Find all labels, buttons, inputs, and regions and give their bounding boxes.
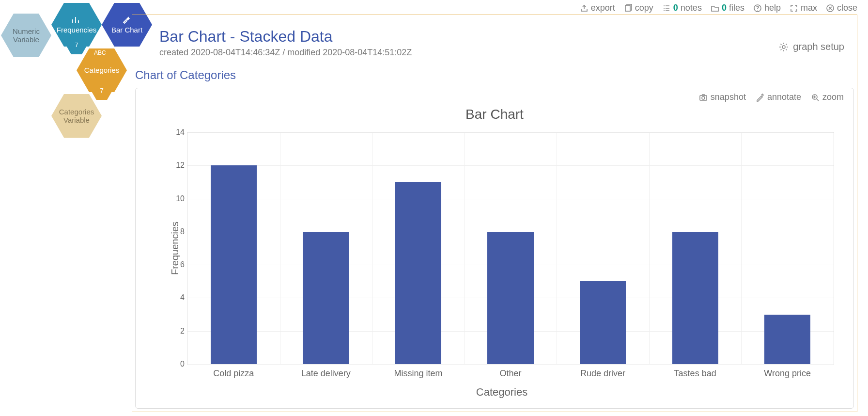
bars-icon — [71, 16, 82, 24]
category-label: Late delivery — [301, 368, 351, 379]
close-button[interactable]: close — [826, 3, 857, 13]
close-icon — [826, 4, 835, 13]
gridline-v — [649, 132, 650, 364]
bar[interactable] — [211, 165, 257, 364]
gridline-v — [280, 132, 280, 364]
bar[interactable] — [580, 281, 626, 364]
ytick-label: 4 — [170, 293, 185, 302]
gridline-v — [372, 132, 372, 364]
close-label: close — [837, 3, 857, 13]
gridline-h — [187, 132, 834, 133]
export-label: export — [591, 3, 615, 13]
graph-setup-button[interactable]: graph setup — [778, 41, 844, 52]
gridline-v — [557, 132, 557, 364]
chart-section-title: Chart of Categories — [135, 68, 857, 82]
folder-icon — [711, 4, 719, 13]
abc-icon: ABC — [94, 49, 106, 56]
camera-icon — [699, 93, 708, 102]
pencil-icon — [756, 93, 764, 102]
svg-point-5 — [702, 96, 705, 99]
graph-setup-label: graph setup — [793, 41, 844, 52]
category-label: Rude driver — [580, 368, 625, 379]
help-label: help — [764, 3, 781, 13]
chart-toolbar: snapshot annotate zoom — [699, 92, 844, 102]
max-button[interactable]: max — [790, 3, 817, 13]
copy-label: copy — [635, 3, 653, 13]
svg-point-3 — [782, 46, 785, 48]
ytick-label: 10 — [170, 194, 185, 203]
svg-rect-0 — [625, 5, 630, 11]
hex-frequencies-count-label: 7 — [75, 42, 78, 49]
wrench-icon — [122, 16, 132, 24]
notes-label: notes — [681, 3, 702, 13]
ytick-label: 12 — [170, 161, 185, 170]
category-label: Wrong price — [764, 368, 811, 379]
gridline-h — [187, 199, 834, 199]
zoom-label: zoom — [822, 92, 844, 102]
hex-categories-label: Categories — [84, 66, 120, 74]
hex-categories-count-label: 7 — [100, 87, 103, 95]
hex-categories-variable-label: Categories Variable — [51, 108, 102, 125]
gear-icon — [778, 42, 789, 52]
chart-title: Bar Chart — [136, 107, 853, 122]
ytick-label: 6 — [170, 260, 185, 269]
copy-button[interactable]: copy — [624, 3, 653, 13]
annotate-button[interactable]: annotate — [756, 92, 801, 102]
hex-frequencies-label: Frequencies — [57, 26, 97, 34]
category-label: Cold pizza — [213, 368, 254, 379]
gridline-h — [187, 364, 834, 365]
snapshot-button[interactable]: snapshot — [699, 92, 746, 102]
copy-icon — [624, 4, 633, 13]
page-title: Bar Chart - Stacked Data — [159, 28, 857, 46]
export-icon — [580, 4, 589, 13]
zoom-icon — [811, 93, 820, 102]
hex-categories-variable[interactable]: Categories Variable — [51, 94, 102, 138]
help-button[interactable]: help — [753, 3, 781, 13]
bar[interactable] — [395, 182, 441, 364]
gridline-v — [741, 132, 742, 364]
maximize-icon — [790, 4, 798, 13]
hex-nav: Numeric Variable Frequencies 7 Bar Chart… — [1, 0, 146, 145]
bar[interactable] — [303, 232, 349, 364]
ytick-label: 2 — [170, 327, 185, 336]
chart-xlabel: Categories — [170, 386, 834, 399]
category-label: Other — [499, 368, 521, 379]
hex-numeric-variable-label: Numeric Variable — [1, 27, 51, 44]
gridline-h — [187, 165, 834, 166]
annotate-label: annotate — [767, 92, 801, 102]
bar[interactable] — [672, 232, 718, 364]
hex-numeric-variable[interactable]: Numeric Variable — [1, 14, 51, 57]
ytick-label: 14 — [170, 128, 185, 137]
category-label: Missing item — [394, 368, 442, 379]
chart-grid: 02468101214Cold pizzaLate deliveryMissin… — [187, 132, 834, 365]
gridline-v — [465, 132, 465, 364]
notes-icon — [662, 4, 671, 13]
page-meta: created 2020-08-04T14:46:34Z / modified … — [159, 48, 857, 58]
notes-button[interactable]: 0 notes — [662, 3, 702, 13]
chart-card: snapshot annotate zoom Bar Chart Frequen… — [135, 88, 854, 409]
chart-plot: Frequencies Categories 02468101214Cold p… — [170, 132, 834, 365]
window-toolbar: export copy 0 notes 0 files help max clo… — [580, 3, 857, 13]
ytick-label: 8 — [170, 227, 185, 236]
snapshot-label: snapshot — [711, 92, 746, 102]
category-label: Tastes bad — [674, 368, 716, 379]
zoom-button[interactable]: zoom — [811, 92, 844, 102]
files-count: 0 — [722, 3, 727, 13]
export-button[interactable]: export — [580, 3, 615, 13]
max-label: max — [801, 3, 817, 13]
ytick-label: 0 — [170, 360, 185, 368]
notes-count: 0 — [673, 3, 678, 13]
files-button[interactable]: 0 files — [711, 3, 744, 13]
main-panel: Bar Chart - Stacked Data created 2020-08… — [132, 15, 857, 412]
files-label: files — [729, 3, 744, 13]
bar[interactable] — [487, 232, 533, 364]
bar[interactable] — [764, 315, 810, 364]
help-icon — [753, 4, 762, 13]
